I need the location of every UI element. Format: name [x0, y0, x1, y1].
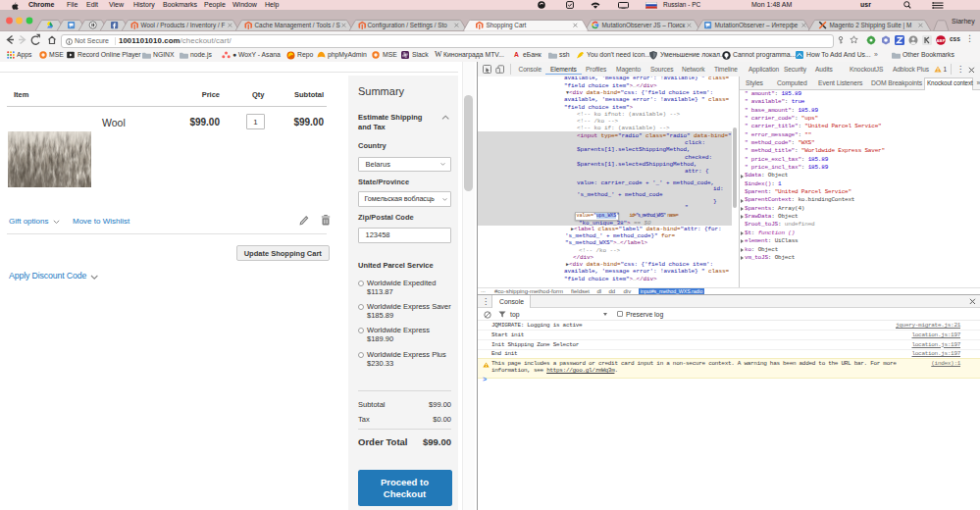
svg-text:Wool / Products / Inventory /: Wool / Products / Inventory / F [141, 22, 226, 29]
svg-text:Shopping Cart: Shopping Cart [487, 22, 527, 29]
svg-text:Magento 2 Shipping Suite | M: Magento 2 Shipping Suite | M [830, 22, 912, 29]
svg-text:Configuration / Settings / Sto: Configuration / Settings / Sto [368, 22, 448, 29]
svg-text:MutationObserver – Интерфе: MutationObserver – Интерфе [715, 22, 799, 29]
svg-text:Siarhey: Siarhey [952, 18, 975, 26]
svg-text:MutationObserver JS – Поиск: MutationObserver JS – Поиск [602, 22, 686, 28]
svg-text:Cache Management / Tools / S: Cache Management / Tools / S [255, 22, 340, 29]
svg-text:ABP: ABP [937, 37, 946, 42]
